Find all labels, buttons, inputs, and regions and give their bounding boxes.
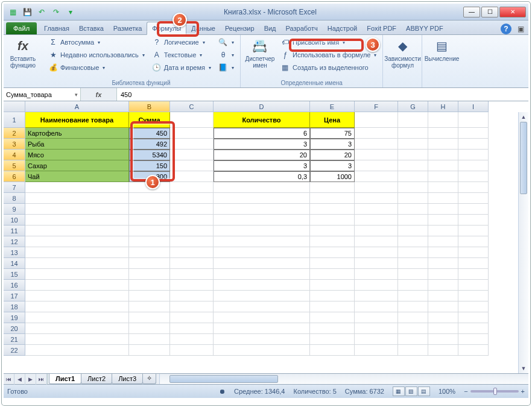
cell[interactable]: 3	[214, 160, 310, 171]
close-button[interactable]: ✕	[499, 7, 526, 17]
cell[interactable]	[214, 291, 310, 301]
cell[interactable]	[310, 312, 355, 323]
row-header-16[interactable]: 16	[4, 280, 25, 291]
cell[interactable]	[458, 171, 489, 182]
cell[interactable]	[170, 301, 214, 312]
cell[interactable]	[170, 258, 214, 269]
cell[interactable]: 6	[214, 128, 310, 139]
cell[interactable]	[25, 291, 129, 301]
row-header-7[interactable]: 7	[4, 182, 25, 193]
cell[interactable]	[355, 171, 398, 182]
cell[interactable]: Сахар	[25, 160, 129, 171]
new-sheet-button[interactable]: ✧	[142, 373, 156, 384]
cell[interactable]	[458, 301, 489, 312]
cell[interactable]	[398, 128, 428, 139]
cell[interactable]	[428, 323, 458, 334]
cell[interactable]	[129, 269, 170, 280]
sheet-tab-1[interactable]: Лист1	[49, 374, 81, 384]
cell[interactable]	[398, 204, 428, 215]
cell[interactable]	[428, 128, 458, 139]
create-from-selection-button[interactable]: ▦Создать из выделенного	[278, 62, 379, 74]
cell[interactable]	[25, 193, 129, 204]
cell[interactable]	[458, 334, 489, 345]
zoom-out-icon[interactable]: −	[464, 388, 467, 395]
cell[interactable]	[428, 236, 458, 247]
assign-name-button[interactable]: 🏷Присвоить имя	[278, 36, 379, 48]
cell[interactable]	[428, 269, 458, 280]
cell[interactable]	[310, 247, 355, 258]
row-header-11[interactable]: 11	[4, 226, 25, 236]
insert-function-button[interactable]: fx Вставить функцию	[7, 36, 39, 87]
cell[interactable]	[310, 193, 355, 204]
cell[interactable]: 0,3	[214, 171, 310, 182]
cell[interactable]	[398, 112, 428, 128]
cell[interactable]: 3	[310, 160, 355, 171]
tab-developer[interactable]: Разработч	[281, 22, 323, 34]
cell[interactable]	[458, 226, 489, 236]
cell[interactable]	[398, 171, 428, 182]
cell[interactable]	[428, 150, 458, 160]
cell[interactable]	[170, 204, 214, 215]
cell[interactable]	[214, 236, 310, 247]
cell[interactable]	[170, 323, 214, 334]
cell[interactable]	[398, 182, 428, 193]
autosum-button[interactable]: ΣАвтосумма	[46, 36, 147, 48]
cell[interactable]	[458, 291, 489, 301]
cell[interactable]	[398, 301, 428, 312]
tab-foxit[interactable]: Foxit PDF	[362, 22, 401, 34]
col-header-H[interactable]: H	[428, 101, 458, 112]
cell[interactable]	[25, 312, 129, 323]
cell[interactable]	[458, 312, 489, 323]
cell[interactable]	[398, 334, 428, 345]
cell[interactable]	[355, 182, 398, 193]
undo-icon[interactable]: ↶	[35, 6, 48, 18]
zoom-in-icon[interactable]: +	[521, 388, 525, 395]
sheet-first-icon[interactable]: ⏮	[4, 374, 14, 385]
cell[interactable]	[170, 150, 214, 160]
cell[interactable]: 3	[310, 139, 355, 150]
cell[interactable]	[428, 258, 458, 269]
cell[interactable]	[25, 215, 129, 226]
view-normal-icon[interactable]: ▦	[393, 386, 405, 396]
cell[interactable]	[355, 150, 398, 160]
cell[interactable]	[458, 139, 489, 150]
zoom-knob[interactable]	[493, 388, 497, 395]
col-header-G[interactable]: G	[398, 101, 428, 112]
cell[interactable]	[458, 150, 489, 160]
cell[interactable]	[458, 204, 489, 215]
cell[interactable]: 1000	[310, 171, 355, 182]
tab-addins[interactable]: Надстрой	[323, 22, 362, 34]
cell[interactable]	[398, 193, 428, 204]
cell[interactable]	[310, 269, 355, 280]
cell[interactable]	[129, 193, 170, 204]
cell[interactable]	[129, 204, 170, 215]
cell[interactable]	[398, 291, 428, 301]
cell[interactable]	[355, 128, 398, 139]
logical-button[interactable]: ?Логические	[150, 36, 214, 48]
row-header-8[interactable]: 8	[4, 193, 25, 204]
minimize-button[interactable]: —	[463, 7, 480, 17]
cell[interactable]	[355, 139, 398, 150]
cell[interactable]	[129, 236, 170, 247]
cell[interactable]	[398, 258, 428, 269]
cell[interactable]	[458, 258, 489, 269]
fx-label-icon[interactable]: fx	[96, 91, 102, 98]
cell[interactable]	[428, 160, 458, 171]
cell[interactable]: Количество	[214, 112, 310, 128]
financial-button[interactable]: 💰Финансовые	[46, 62, 147, 74]
row-header-22[interactable]: 22	[4, 345, 25, 356]
row-header-14[interactable]: 14	[4, 258, 25, 269]
horizontal-scrollbar[interactable]	[159, 374, 528, 384]
cell[interactable]	[214, 226, 310, 236]
cell[interactable]	[355, 280, 398, 291]
cell[interactable]	[398, 269, 428, 280]
cell[interactable]	[310, 236, 355, 247]
cell[interactable]	[25, 269, 129, 280]
cell[interactable]	[129, 334, 170, 345]
cell[interactable]	[25, 280, 129, 291]
cell[interactable]: 150	[129, 160, 170, 171]
cell[interactable]	[428, 301, 458, 312]
cell[interactable]	[170, 269, 214, 280]
use-in-formula-button[interactable]: ƒИспользовать в формуле	[278, 49, 379, 61]
cell[interactable]	[214, 215, 310, 226]
